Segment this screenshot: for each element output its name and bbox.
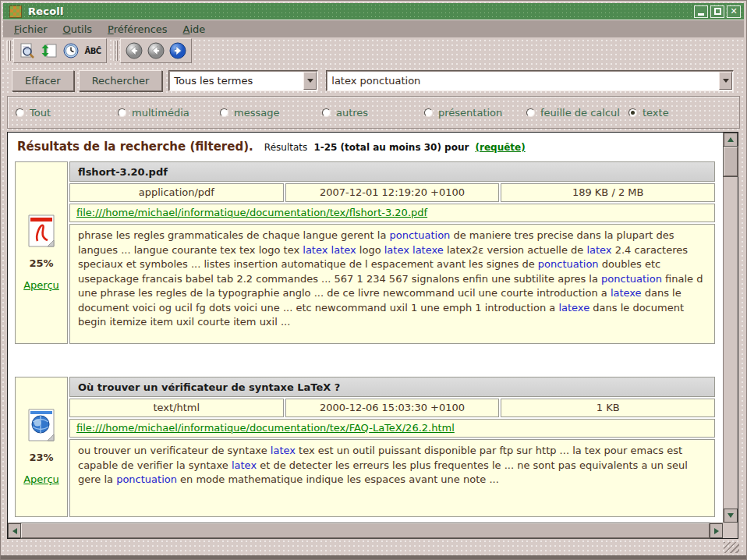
filter-radio-présentation[interactable]: présentation [424,107,526,119]
scroll-up-button[interactable] [724,133,738,147]
minimize-icon [698,13,704,16]
vertical-scroll-track[interactable] [724,147,738,509]
filter-label: Tout [30,107,51,119]
menu-préférences[interactable]: Préférences [101,22,173,37]
recoll-window: Recoll FichierOutilsPréférencesAide [0,0,747,560]
result-size: 189 KB / 2 MB [501,183,715,202]
advanced-search-button[interactable] [17,41,37,61]
snippet-text: latex2ε version actuelle de [444,244,587,256]
highlighted-term: ponctuation [538,258,599,270]
result-url-link[interactable]: file:///home/michael/informatique/docume… [76,207,427,218]
horizontal-scrollbar [8,523,723,538]
query-link[interactable]: (requête) [476,142,526,153]
scroll-right-button[interactable] [710,523,723,538]
filter-radio-tout[interactable]: Tout [16,107,118,119]
snippet-text: logo [356,244,384,256]
preview-link[interactable]: Aperçu [23,279,59,291]
result-main: flshort-3.20.pdf application/pdf 2007-12… [69,161,715,344]
scroll-down-button[interactable] [724,509,738,523]
toolbar-group-tools: ÂBĈ [13,38,107,63]
highlighted-term: ponctuation [116,473,177,485]
filter-label: message [234,107,279,119]
highlighted-term: latex [232,459,257,471]
chevron-down-icon [723,79,729,83]
filter-radio-multimédia[interactable]: multimédia [118,107,220,119]
clear-button[interactable]: Effacer [12,70,74,91]
radio-icon [118,108,126,117]
minimize-button[interactable] [694,5,708,18]
filter-radio-message[interactable]: message [220,107,322,119]
category-filter-panel: Toutmultimédiamessageautresprésentationf… [7,96,740,129]
filter-label: texte [643,107,669,119]
snippet-text: phrase les regles grammaticales de chaqu… [78,229,390,241]
result-url-row: file:///home/michael/informatique/docume… [69,419,715,438]
combo-dropdown-button[interactable] [303,72,317,90]
horizontal-scroll-track[interactable] [21,523,710,538]
html-file-icon [27,409,55,441]
highlighted-term: latex [271,445,296,456]
search-input[interactable] [327,71,718,90]
update-index-button[interactable] [39,41,59,61]
combo-dropdown-button[interactable] [719,72,732,90]
filter-label: présentation [438,107,502,119]
toolbar-group-nav [120,38,192,63]
forward-circle-icon [168,41,187,60]
abc-icon: ÂBĈ [84,47,101,55]
search-row: Effacer Rechercher Tous les termes [12,70,734,91]
relevance-percent: 25% [29,257,53,269]
search-mode-combobox[interactable]: Tous les termes [168,70,318,91]
filter-label: autres [336,107,368,119]
menu-fichier[interactable]: Fichier [8,22,54,37]
menu-aide[interactable]: Aide [177,22,212,37]
toolbar-handle[interactable] [113,41,118,61]
window-resize-grip[interactable] [724,542,739,553]
filter-radio-feuille-de-calcul[interactable]: feuille de calcul [526,107,628,119]
highlighted-term: latex [384,244,409,256]
scroll-left-button[interactable] [8,523,21,538]
vertical-scrollbar [723,133,738,523]
next-page-button[interactable] [168,41,188,61]
filter-label: multimédia [132,107,189,119]
result-date: 2000-12-06 15:03:30 +0100 [285,399,500,417]
close-button[interactable] [727,5,741,18]
menu-outils[interactable]: Outils [57,22,99,37]
result-meta-row: text/html 2000-12-06 15:03:30 +0100 1 KB [69,399,715,417]
previous-page-button[interactable] [146,41,166,61]
highlighted-term: latex [303,244,327,256]
filter-radio-texte[interactable]: texte [628,107,669,119]
maximize-button[interactable] [710,5,724,18]
app-icon [9,5,22,18]
result-url-row: file:///home/michael/informatique/docume… [69,204,715,222]
toolbar: ÂBĈ [3,37,744,64]
result-snippet: ou trouver un verificateur de syntaxe la… [69,439,715,517]
result-item: 23% Aperçu Où trouver un vérificateur de… [15,377,715,517]
search-button[interactable]: Rechercher [79,70,163,91]
highlighted-term: latexe [611,287,642,299]
highlighted-term: ponctuation [601,273,662,285]
horizontal-scroll-thumb[interactable] [21,523,710,538]
result-url-link[interactable]: file:///home/michael/informatique/docume… [76,422,455,434]
term-explorer-button[interactable]: ÂBĈ [83,41,103,61]
highlighted-term: latexe [558,302,589,314]
preview-link[interactable]: Aperçu [23,473,59,485]
result-meta-row: application/pdf 2007-12-01 12:19:20 +010… [69,183,715,202]
first-page-button[interactable] [124,41,144,61]
result-item: 25% Aperçu flshort-3.20.pdf application/… [15,161,715,344]
clock-icon [62,42,80,59]
vertical-scroll-thumb[interactable] [724,147,738,176]
back-circle-icon [125,41,143,60]
results-list: Résultats de la recherche (filtered). Ré… [8,133,723,523]
result-title: Où trouver un vérificateur de syntaxe La… [69,377,715,397]
filter-radio-autres[interactable]: autres [322,107,424,119]
scrollbar-corner [723,523,738,538]
titlebar[interactable]: Recoll [3,3,744,20]
document-search-icon [19,42,36,59]
document-sort-icon [41,42,58,59]
history-button[interactable] [61,41,81,61]
window-title: Recoll [28,5,64,17]
results-pane: Résultats de la recherche (filtered). Ré… [7,132,738,539]
menubar: FichierOutilsPréférencesAide [3,20,744,37]
toolbar-handle[interactable] [6,41,11,61]
highlighted-term: latex [331,244,356,256]
pdf-file-icon [27,214,55,247]
